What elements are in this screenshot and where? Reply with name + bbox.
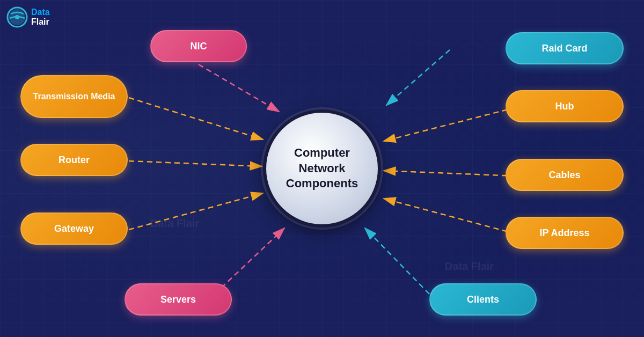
logo: Data Flair	[6, 6, 50, 28]
nic-node: NIC	[150, 30, 247, 62]
hub-node: Hub	[506, 90, 624, 122]
watermark-1: Data Flair	[445, 260, 494, 273]
svg-line-6	[386, 50, 450, 105]
logo-flair: Flair	[31, 17, 50, 27]
gateway-node: Gateway	[20, 213, 128, 245]
transmission-media-node: Transmission Media	[20, 75, 128, 118]
ip-address-node: IP Address	[506, 217, 624, 249]
main-container: Data Flair	[0, 0, 644, 337]
clients-node: Clients	[429, 283, 537, 316]
svg-point-1	[15, 15, 19, 19]
svg-line-3	[129, 161, 262, 166]
svg-line-5	[199, 64, 279, 112]
router-node: Router	[20, 144, 128, 176]
watermark-3: Data Flair	[150, 217, 199, 230]
logo-data: Data	[31, 8, 50, 17]
cables-node: Cables	[506, 159, 624, 191]
svg-line-8	[384, 171, 516, 176]
logo-text: Data Flair	[31, 8, 50, 26]
center-text: Computer Network Components	[286, 145, 358, 192]
servers-node: Servers	[125, 283, 232, 316]
svg-line-9	[384, 199, 516, 234]
raid-card-node: Raid Card	[506, 32, 624, 64]
logo-icon	[6, 6, 28, 28]
svg-line-2	[129, 98, 263, 140]
svg-line-7	[384, 107, 516, 141]
svg-line-10	[215, 228, 284, 294]
svg-line-11	[365, 228, 429, 294]
center-node: Computer Network Components	[263, 109, 381, 228]
